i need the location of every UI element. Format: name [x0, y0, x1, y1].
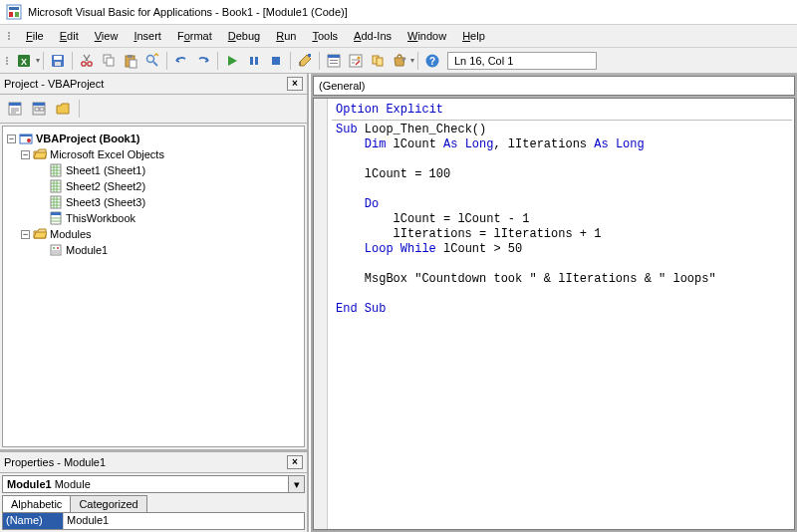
worksheet-icon: [49, 179, 63, 193]
help-icon[interactable]: ?: [421, 50, 443, 72]
menu-insert[interactable]: Insert: [128, 28, 167, 44]
copy-icon[interactable]: [98, 50, 120, 72]
workbook-icon: [49, 211, 63, 225]
property-row[interactable]: (Name) Module1: [3, 513, 304, 529]
menu-tools[interactable]: Tools: [306, 28, 344, 44]
svg-text:?: ?: [429, 56, 435, 67]
tab-alphabetic[interactable]: Alphabetic: [2, 495, 71, 512]
tree-module1[interactable]: Module1: [7, 242, 300, 258]
svg-rect-26: [350, 55, 362, 67]
svg-rect-25: [330, 63, 338, 64]
menu-help[interactable]: Help: [456, 28, 491, 44]
property-value[interactable]: Module1: [63, 513, 304, 529]
design-mode-icon[interactable]: [294, 50, 316, 72]
window-title: Microsoft Visual Basic for Applications …: [28, 6, 348, 18]
svg-rect-29: [377, 58, 383, 66]
svg-rect-18: [250, 57, 253, 65]
menu-grip[interactable]: [8, 28, 14, 44]
project-panel-title: Project - VBAProject ×: [0, 74, 307, 95]
view-object-icon[interactable]: [28, 98, 50, 120]
view-excel-icon[interactable]: X: [14, 50, 36, 72]
code-text[interactable]: Option Explicit Sub Loop_Then_Check() Di…: [314, 99, 794, 321]
tree-expander[interactable]: −: [21, 150, 30, 159]
svg-point-48: [57, 247, 59, 249]
svg-rect-35: [33, 103, 45, 106]
dropdown-arrow-icon[interactable]: ▾: [289, 475, 305, 493]
svg-rect-14: [128, 55, 133, 58]
project-toolbar: [0, 95, 307, 124]
toolbar-grip[interactable]: [6, 57, 12, 65]
tree-expander[interactable]: −: [7, 134, 16, 143]
code-editor[interactable]: Option Explicit Sub Loop_Then_Check() Di…: [313, 98, 795, 530]
svg-rect-39: [20, 134, 32, 136]
menu-run[interactable]: Run: [270, 28, 302, 44]
run-icon[interactable]: [221, 50, 243, 72]
folder-open-icon: [33, 147, 47, 161]
left-pane: Project - VBAProject × − VBAProject (Boo…: [0, 74, 309, 532]
code-margin: [314, 99, 328, 529]
toolbox-icon[interactable]: [389, 50, 410, 72]
tree-expander[interactable]: −: [21, 230, 30, 239]
cut-icon[interactable]: [76, 50, 98, 72]
properties-panel: Properties - Module1 × Module1 Module ▾ …: [0, 449, 307, 532]
menu-bar: FFileile Edit View Insert Format Debug R…: [0, 25, 797, 48]
svg-line-17: [153, 62, 157, 66]
tab-categorized[interactable]: Categorized: [70, 495, 146, 512]
tree-root[interactable]: − VBAProject (Book1): [7, 131, 300, 146]
cursor-position: Ln 16, Col 1: [447, 52, 597, 70]
menu-debug[interactable]: Debug: [222, 28, 266, 44]
svg-rect-3: [15, 12, 19, 17]
svg-rect-21: [308, 54, 311, 57]
project-tree[interactable]: − VBAProject (Book1) − Microsoft Excel O…: [2, 126, 305, 447]
reset-icon[interactable]: [265, 50, 287, 72]
undo-icon[interactable]: [170, 50, 192, 72]
menu-edit[interactable]: Edit: [54, 28, 85, 44]
break-icon[interactable]: [243, 50, 265, 72]
svg-point-47: [53, 247, 55, 249]
menu-view[interactable]: View: [89, 28, 125, 44]
worksheet-icon: [49, 195, 63, 209]
svg-rect-45: [51, 212, 61, 215]
svg-rect-23: [328, 55, 340, 58]
worksheet-icon: [49, 163, 63, 177]
svg-point-40: [27, 138, 31, 142]
project-close-button[interactable]: ×: [287, 77, 303, 91]
svg-rect-36: [35, 108, 39, 111]
tree-thisworkbook[interactable]: ThisWorkbook: [7, 210, 300, 226]
menu-addins[interactable]: Add-Ins: [348, 28, 398, 44]
find-icon[interactable]: [141, 50, 163, 72]
svg-rect-15: [130, 60, 136, 68]
paste-icon[interactable]: [120, 50, 141, 72]
title-bar: Microsoft Visual Basic for Applications …: [0, 0, 797, 25]
tree-sheet3[interactable]: Sheet3 (Sheet3): [7, 194, 300, 210]
properties-grid[interactable]: (Name) Module1: [2, 512, 305, 530]
view-code-icon[interactable]: [4, 98, 26, 120]
tree-folder-modules[interactable]: − Modules: [7, 226, 300, 242]
redo-icon[interactable]: [192, 50, 214, 72]
toggle-folders-icon[interactable]: [52, 98, 74, 120]
tree-folder-excel[interactable]: − Microsoft Excel Objects: [7, 146, 300, 162]
object-browser-icon[interactable]: [367, 50, 389, 72]
menu-format[interactable]: Format: [171, 28, 218, 44]
project-icon: [19, 132, 33, 145]
menu-file[interactable]: FFileile: [20, 28, 50, 44]
svg-rect-7: [54, 56, 62, 60]
svg-point-9: [82, 61, 86, 65]
standard-toolbar: X ▾ ▾ ? Ln 16, Col 1: [0, 48, 797, 74]
save-icon[interactable]: [47, 50, 69, 72]
svg-rect-20: [272, 57, 280, 65]
svg-rect-2: [9, 12, 13, 17]
tree-sheet2[interactable]: Sheet2 (Sheet2): [7, 178, 300, 194]
svg-rect-12: [107, 58, 114, 66]
tree-sheet1[interactable]: Sheet1 (Sheet1): [7, 162, 300, 178]
menu-window[interactable]: Window: [401, 28, 452, 44]
properties-object-dropdown[interactable]: Module1 Module ▾: [2, 475, 305, 493]
svg-rect-19: [255, 57, 258, 65]
object-dropdown[interactable]: (General): [313, 76, 795, 96]
properties-icon[interactable]: [345, 50, 367, 72]
property-name: (Name): [3, 513, 63, 529]
module-icon: [49, 243, 63, 257]
svg-rect-24: [330, 60, 338, 61]
properties-close-button[interactable]: ×: [287, 455, 303, 469]
project-explorer-icon[interactable]: [323, 50, 345, 72]
